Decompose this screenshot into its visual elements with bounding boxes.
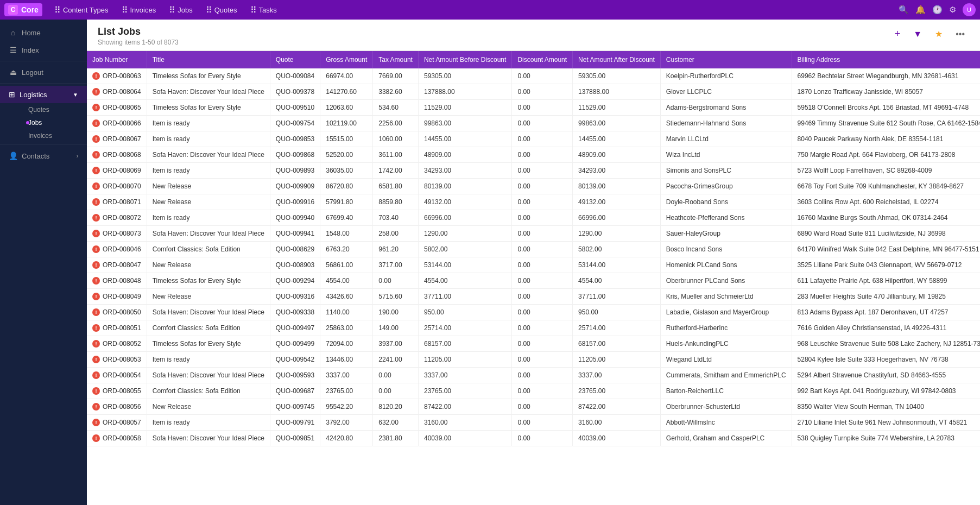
job-number-text: ORD-008049 — [103, 293, 141, 300]
table-row[interactable]: !ORD-008058Sofa Haven: Discover Your Ide… — [87, 431, 980, 446]
cell-col-5: 11205.00 — [418, 352, 511, 368]
cell-col-5: 3337.00 — [418, 368, 511, 383]
table-row[interactable]: !ORD-008066Item is readyQUO-009754102119… — [87, 116, 980, 131]
settings-icon[interactable]: ⚙ — [949, 5, 956, 15]
cell-col-3: 12063.60 — [320, 100, 373, 116]
cell-col-5: 34293.00 — [418, 163, 511, 179]
add-button[interactable]: + — [890, 26, 905, 42]
cell-col-7: 80139.00 — [573, 179, 661, 194]
table-row[interactable]: !ORD-008051Comfort Classics: Sofa Editio… — [87, 320, 980, 336]
cell-col-9: 283 Mueller Heights Suite 470 Jillianbur… — [792, 289, 980, 305]
cell-col-1: New Release — [147, 194, 270, 210]
table-row[interactable]: !ORD-008050Sofa Haven: Discover Your Ide… — [87, 305, 980, 320]
status-dot: ! — [92, 403, 100, 411]
cell-col-8: Doyle-Rooband Sons — [660, 194, 792, 210]
table-row[interactable]: !ORD-008052Timeless Sofas for Every Styl… — [87, 336, 980, 352]
more-button[interactable]: ••• — [951, 27, 969, 41]
cell-col-7: 53144.00 — [573, 257, 661, 273]
cell-col-8: Simonis and SonsPLC — [660, 163, 792, 179]
cell-col-1: Sofa Haven: Discover Your Ideal Piece — [147, 305, 270, 320]
table-row[interactable]: !ORD-008055Comfort Classics: Sofa Editio… — [87, 383, 980, 399]
status-dot: ! — [92, 340, 100, 348]
table-row[interactable]: !ORD-008063Timeless Sofas for Every Styl… — [87, 68, 980, 84]
cell-col-7: 3160.00 — [573, 415, 661, 431]
brand-logo[interactable]: C Core — [4, 3, 42, 16]
cell-col-5: 99863.00 — [418, 116, 511, 131]
cell-col-5: 1290.00 — [418, 226, 511, 242]
table-row[interactable]: !ORD-008047New ReleaseQUO-00890356861.00… — [87, 257, 980, 273]
sidebar-item-invoices[interactable]: Invoices — [22, 129, 87, 142]
main-content: List Jobs Showing items 1-50 of 8073 + ▼… — [87, 20, 980, 505]
table-row[interactable]: !ORD-008054Sofa Haven: Discover Your Ide… — [87, 368, 980, 383]
table-row[interactable]: !ORD-008070New ReleaseQUO-00990986720.80… — [87, 179, 980, 194]
cell-col-9: 1870 Lonzo Trafficway Janisside, WI 8505… — [792, 84, 980, 100]
job-number-text: ORD-008053 — [103, 356, 141, 363]
sidebar-item-logout[interactable]: ⏏ Logout — [0, 64, 87, 81]
table-row[interactable]: !ORD-008073Sofa Haven: Discover Your Ide… — [87, 226, 980, 242]
cell-col-8: Oberbrunner PLCand Sons — [660, 273, 792, 289]
table-row[interactable]: !ORD-008053Item is readyQUO-00954213446.… — [87, 352, 980, 368]
job-number-text: ORD-008066 — [103, 119, 141, 127]
sidebar-item-quotes[interactable]: Quotes — [22, 103, 87, 116]
table-row[interactable]: !ORD-008065Timeless Sofas for Every Styl… — [87, 100, 980, 116]
job-number-cell: !ORD-008071 — [92, 198, 141, 206]
bell-icon[interactable]: 🔔 — [915, 5, 926, 15]
cell-col-6: 0.00 — [512, 100, 573, 116]
cell-col-1: Sofa Haven: Discover Your Ideal Piece — [147, 84, 270, 100]
status-dot: ! — [92, 245, 100, 253]
table-row[interactable]: !ORD-008068Sofa Haven: Discover Your Ide… — [87, 147, 980, 163]
clock-icon[interactable]: 🕐 — [932, 5, 943, 15]
favorite-button[interactable]: ★ — [931, 27, 947, 41]
cell-col-1: Comfort Classics: Sofa Edition — [147, 242, 270, 257]
cell-col-5: 68157.00 — [418, 336, 511, 352]
cell-col-3: 6763.20 — [320, 242, 373, 257]
job-number-cell: !ORD-008055 — [92, 387, 141, 395]
cell-col-3: 43426.60 — [320, 289, 373, 305]
cell-col-9: 8350 Walter View South Herman, TN 10400 — [792, 399, 980, 415]
sidebar-item-label: Home — [22, 29, 41, 37]
cell-col-8: Heathcote-Pfefferand Sons — [660, 210, 792, 226]
sidebar-item-label: Index — [22, 46, 39, 54]
nav-item-invoices[interactable]: ⠿ Invoices — [116, 3, 162, 17]
sidebar-item-jobs[interactable]: Jobs — [22, 116, 87, 129]
status-dot: ! — [92, 324, 100, 332]
cell-col-7: 99863.00 — [573, 116, 661, 131]
cell-col-9: 3525 Liliane Park Suite 043 Glennaport, … — [792, 257, 980, 273]
table-row[interactable]: !ORD-008071New ReleaseQUO-00991657991.80… — [87, 194, 980, 210]
logistics-submenu: Quotes Jobs Invoices — [0, 103, 87, 142]
cell-col-5: 48909.00 — [418, 147, 511, 163]
table-row[interactable]: !ORD-008046Comfort Classics: Sofa Editio… — [87, 242, 980, 257]
job-number-cell: !ORD-008048 — [92, 277, 141, 285]
filter-button[interactable]: ▼ — [909, 27, 926, 41]
nav-item-quotes[interactable]: ⠿ Quotes — [200, 3, 243, 17]
sidebar-item-logistics[interactable]: ⊞ Logistics ▼ — [0, 86, 87, 103]
user-avatar[interactable]: U — [963, 3, 976, 16]
col-gross-amount: Gross Amount — [320, 51, 373, 68]
cell-col-6: 0.00 — [512, 273, 573, 289]
search-icon[interactable]: 🔍 — [899, 5, 909, 15]
table-row[interactable]: !ORD-008069Item is readyQUO-00989336035.… — [87, 163, 980, 179]
sidebar-item-home[interactable]: ⌂ Home — [0, 24, 87, 41]
sidebar-item-index[interactable]: ☰ Index — [0, 41, 87, 59]
job-number-text: ORD-008064 — [103, 88, 141, 96]
table-row[interactable]: !ORD-008056New ReleaseQUO-00974595542.20… — [87, 399, 980, 415]
table-row[interactable]: !ORD-008064Sofa Haven: Discover Your Ide… — [87, 84, 980, 100]
status-dot: ! — [92, 72, 100, 80]
sidebar-item-contacts[interactable]: 👤 Contacts › — [0, 147, 87, 165]
nav-item-content-types[interactable]: ⠿ Content Types — [49, 3, 114, 17]
table-row[interactable]: !ORD-008057Item is readyQUO-0097913792.0… — [87, 415, 980, 431]
cell-col-9: 52804 Kylee Isle Suite 333 Hoegerhaven, … — [792, 352, 980, 368]
nav-item-jobs[interactable]: ⠿ Jobs — [163, 3, 198, 17]
status-dot: ! — [92, 230, 100, 237]
nav-item-tasks[interactable]: ⠿ Tasks — [245, 3, 282, 17]
top-navigation: C Core ⠿ Content Types ⠿ Invoices ⠿ Jobs… — [0, 0, 980, 20]
job-number-cell: !ORD-008056 — [92, 403, 141, 411]
table-row[interactable]: !ORD-008049New ReleaseQUO-00931643426.60… — [87, 289, 980, 305]
cell-col-5: 14455.00 — [418, 131, 511, 147]
cell-col-4: 0.00 — [373, 368, 419, 383]
table-row[interactable]: !ORD-008072Item is readyQUO-00994067699.… — [87, 210, 980, 226]
table-row[interactable]: !ORD-008067Item is readyQUO-00985315515.… — [87, 131, 980, 147]
table-row[interactable]: !ORD-008048Timeless Sofas for Every Styl… — [87, 273, 980, 289]
cell-col-9: 992 Bart Keys Apt. 041 Rodriguezbury, WI… — [792, 383, 980, 399]
cell-col-8: Sauer-HaleyGroup — [660, 226, 792, 242]
